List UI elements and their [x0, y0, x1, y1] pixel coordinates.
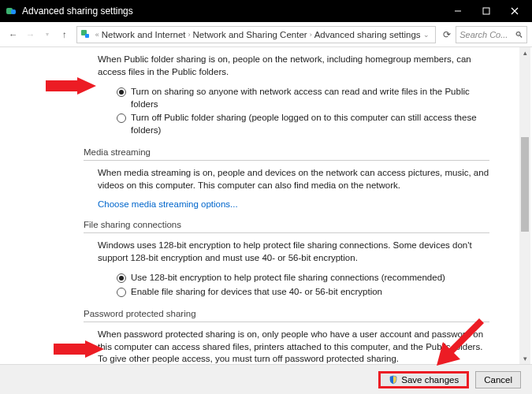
cancel-label: Cancel [484, 375, 512, 385]
close-button[interactable] [500, 0, 529, 22]
titlebar: Advanced sharing settings [0, 0, 532, 22]
radio-label: Use 128-bit encryption to help protect f… [131, 272, 445, 284]
refresh-button[interactable]: ⟳ [439, 29, 456, 40]
control-panel-icon [80, 29, 91, 40]
radio-icon [117, 273, 126, 283]
dropdown-history-icon[interactable]: ▾ [39, 26, 56, 43]
vertical-scrollbar[interactable]: ▴ ▾ [519, 47, 530, 364]
save-label: Save changes [401, 375, 459, 385]
forward-button[interactable]: → [22, 26, 39, 43]
app-icon [5, 5, 17, 17]
maximize-button[interactable] [472, 0, 500, 22]
chevron-left-icon: « [95, 31, 99, 39]
section-file-sharing: File sharing connections [84, 220, 508, 229]
search-input[interactable]: Search Co... 🔍︎ [456, 26, 527, 43]
minimize-button[interactable] [444, 0, 472, 22]
content-area: When Public folder sharing is on, people… [0, 47, 532, 364]
chevron-down-icon[interactable]: ⌄ [423, 31, 430, 39]
radio-public-sharing-off[interactable]: Turn off Public folder sharing (people l… [117, 112, 489, 136]
up-button[interactable]: ↑ [56, 26, 73, 43]
password-description: When password protected sharing is on, o… [98, 329, 489, 364]
radio-icon [117, 113, 126, 123]
section-password-sharing: Password protected sharing [84, 309, 508, 318]
radio-public-sharing-on[interactable]: Turn on sharing so anyone with network a… [117, 86, 489, 110]
window-title: Advanced sharing settings [22, 6, 133, 17]
crumb-level3[interactable]: Advanced sharing settings [314, 30, 421, 39]
scroll-up-icon[interactable]: ▴ [519, 47, 530, 58]
radio-label: Enable file sharing for devices that use… [131, 286, 382, 299]
encryption-description: Windows uses 128-bit encryption to help … [98, 240, 489, 264]
radio-label: Turn off Public folder sharing (people l… [131, 112, 489, 136]
radio-icon [117, 87, 126, 97]
cancel-button[interactable]: Cancel [475, 371, 521, 388]
section-media-streaming: Media streaming [84, 147, 508, 157]
radio-label: Turn on sharing so anyone with network a… [131, 86, 489, 110]
chevron-right-icon: › [310, 31, 312, 39]
chevron-right-icon: › [188, 31, 191, 39]
radio-icon [117, 288, 126, 297]
search-placeholder: Search Co... [459, 30, 508, 39]
shield-icon [389, 375, 398, 385]
navbar: ← → ▾ ↑ « Network and Internet › Network… [0, 22, 532, 47]
crumb-level1[interactable]: Network and Internet [102, 30, 186, 39]
media-options-link[interactable]: Choose media streaming options... [98, 199, 508, 209]
media-description: When media streaming is on, people and d… [98, 167, 489, 191]
radio-4056bit[interactable]: Enable file sharing for devices that use… [117, 286, 489, 299]
scroll-down-icon[interactable]: ▾ [519, 353, 530, 364]
radio-128bit[interactable]: Use 128-bit encryption to help protect f… [117, 272, 489, 284]
search-icon: 🔍︎ [515, 30, 523, 39]
scrollbar-thumb[interactable] [521, 137, 529, 232]
breadcrumb[interactable]: « Network and Internet › Network and Sha… [76, 26, 436, 43]
svg-rect-1 [483, 8, 489, 14]
crumb-level2[interactable]: Network and Sharing Center [193, 30, 307, 39]
back-button[interactable]: ← [5, 26, 22, 43]
save-changes-button[interactable]: Save changes [378, 371, 469, 388]
button-bar: Save changes Cancel [0, 364, 532, 394]
public-folder-description: When Public folder sharing is on, people… [98, 54, 489, 78]
